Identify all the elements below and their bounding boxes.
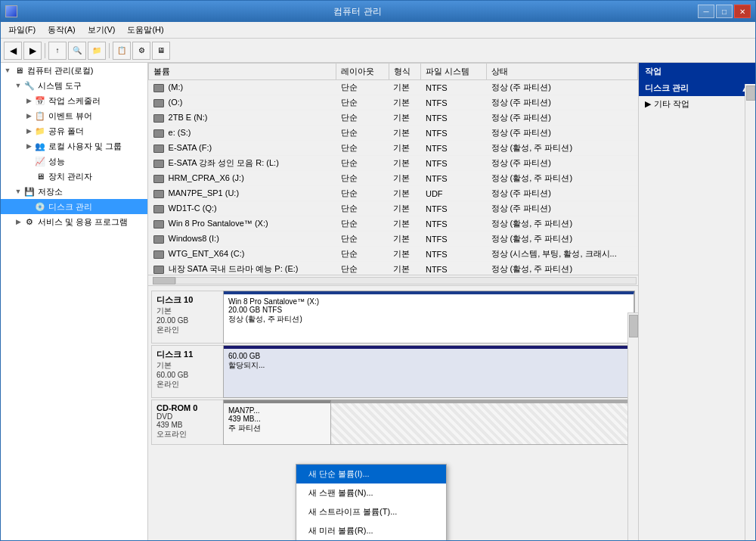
toolbar-search[interactable]: 🔍 bbox=[68, 42, 86, 60]
cell-volume: HRM_CPRA_X6 (J:) bbox=[149, 171, 336, 186]
table-row[interactable]: 2TB E (N:) 단순 기본 NTFS 정상 (주 파티션) bbox=[149, 110, 638, 126]
tree-toggle-event[interactable]: ▶ bbox=[23, 112, 34, 120]
tree-item-system-tools[interactable]: ▼ 🔧 시스템 도구 bbox=[1, 78, 147, 93]
tree-item-event-viewer[interactable]: ▶ 📋 이벤트 뷰어 bbox=[1, 108, 147, 123]
actions-item-label: 기타 작업 bbox=[654, 98, 689, 110]
menu-file[interactable]: 파일(F) bbox=[4, 23, 40, 37]
window-title: 컴퓨터 관리 bbox=[17, 5, 698, 18]
maximize-button[interactable]: □ bbox=[716, 5, 733, 18]
cell-volume: (M:) bbox=[149, 80, 336, 95]
disk-table: 볼륨 레이아웃 형식 파일 시스템 상태 (M:) 단순 기본 N bbox=[148, 63, 638, 275]
cell-fs: NTFS bbox=[421, 201, 487, 216]
cdrom0-partition-0[interactable]: MAN7P... 439 MB... 주 파티션 bbox=[224, 400, 331, 444]
table-row[interactable]: e: (S:) 단순 기본 NTFS 정상 (주 파티션) bbox=[149, 126, 638, 141]
table-row[interactable]: Windows8 (I:) 단순 기본 NTFS 정상 (활성, 주 파티션) bbox=[149, 232, 638, 247]
tree-toggle-storage[interactable]: ▼ bbox=[13, 188, 23, 195]
tree-item-storage[interactable]: ▼ 💾 저장소 bbox=[1, 184, 147, 199]
context-menu-item-3[interactable]: 새 미러 볼륨(R)... bbox=[296, 521, 446, 540]
drive-icon bbox=[153, 84, 164, 92]
cdrom0-status: 오프라인 bbox=[156, 429, 218, 440]
computer-icon: 🖥 bbox=[13, 64, 25, 76]
tree-item-local-users[interactable]: ▶ 👥 로컬 사용자 및 그룹 bbox=[1, 138, 147, 154]
menu-help[interactable]: 도움말(H) bbox=[122, 23, 168, 37]
tree-item-disk-management[interactable]: 💿 디스크 관리 bbox=[1, 199, 147, 214]
tree-item-shared-folders[interactable]: ▶ 📁 공유 폴더 bbox=[1, 123, 147, 138]
title-bar-left bbox=[5, 5, 17, 17]
cell-status: 정상 (주 파티션) bbox=[487, 126, 638, 141]
cdrom0-partition-1[interactable] bbox=[331, 400, 634, 444]
tree-item-services[interactable]: ▶ ⚙ 서비스 및 응용 프로그램 bbox=[1, 214, 147, 229]
cell-type: 기본 bbox=[389, 171, 421, 186]
toolbar-btn5[interactable]: 📋 bbox=[113, 42, 131, 60]
toolbar-folders[interactable]: 📁 bbox=[88, 42, 106, 60]
actions-item-other[interactable]: ▶ 기타 작업 bbox=[639, 96, 755, 112]
h-scrollbar[interactable] bbox=[148, 275, 638, 285]
cell-status: 정상 (시스템, 부팅, 활성, 크래시... bbox=[487, 247, 638, 262]
cell-status: 정상 (주 파티션) bbox=[487, 156, 638, 171]
table-row[interactable]: HRM_CPRA_X6 (J:) 단순 기본 NTFS 정상 (활성, 주 파티… bbox=[149, 171, 638, 186]
col-volume[interactable]: 볼륨 bbox=[149, 64, 336, 80]
menu-view[interactable]: 보기(V) bbox=[83, 23, 120, 37]
cell-type: 기본 bbox=[389, 80, 421, 95]
disk10-type: 기본 bbox=[156, 306, 218, 316]
toolbar-back[interactable]: ◀ bbox=[4, 42, 22, 60]
tree-toggle-task[interactable]: ▶ bbox=[23, 97, 34, 104]
tree-item-performance[interactable]: 📈 성능 bbox=[1, 154, 147, 169]
tree-panel: ▼ 🖥 컴퓨터 관리(로컬) ▼ 🔧 시스템 도구 ▶ 📅 작업 스케줄러 ▶ … bbox=[1, 63, 148, 540]
toolbar-btn6[interactable]: ⚙ bbox=[132, 42, 150, 60]
tree-item-device-manager[interactable]: 🖥 장치 관리자 bbox=[1, 169, 147, 184]
toolbar-up[interactable]: ↑ bbox=[48, 42, 67, 60]
table-row[interactable]: (O:) 단순 기본 NTFS 정상 (주 파티션) bbox=[149, 95, 638, 110]
task-icon: 📅 bbox=[34, 95, 46, 107]
v-scrollbar-actions[interactable] bbox=[745, 84, 755, 540]
col-fs[interactable]: 파일 시스템 bbox=[421, 64, 487, 80]
partition-status: 주 파티션 bbox=[228, 423, 326, 434]
table-row[interactable]: (M:) 단순 기본 NTFS 정상 (주 파티션) bbox=[149, 80, 638, 95]
close-button[interactable]: ✕ bbox=[734, 5, 751, 18]
cell-status: 정상 (주 파티션) bbox=[487, 80, 638, 95]
disk-icon: 💿 bbox=[34, 201, 46, 213]
table-row[interactable]: E-SATA (F:) 단순 기본 NTFS 정상 (활성, 주 파티션) bbox=[149, 141, 638, 156]
cell-fs: UDF bbox=[421, 186, 487, 201]
menu-action[interactable]: 동작(A) bbox=[43, 23, 80, 37]
toolbar-btn7[interactable]: 🖥 bbox=[152, 42, 170, 60]
col-type[interactable]: 형식 bbox=[389, 64, 421, 80]
tree-item-task-scheduler[interactable]: ▶ 📅 작업 스케줄러 bbox=[1, 93, 147, 108]
v-scrollbar-diskmap[interactable] bbox=[627, 312, 638, 541]
disk11-type: 기본 bbox=[156, 360, 218, 371]
tree-toggle-shared[interactable]: ▶ bbox=[23, 127, 34, 135]
disk11-status: 온라인 bbox=[156, 379, 218, 390]
tree-toggle-users[interactable]: ▶ bbox=[23, 142, 34, 150]
cdrom0-label: CD-ROM 0 DVD 439 MB 오프라인 bbox=[151, 400, 223, 445]
context-menu-item-0[interactable]: 새 단순 볼륨(I)... bbox=[296, 465, 446, 483]
toolbar-forward[interactable]: ▶ bbox=[23, 42, 42, 60]
table-row[interactable]: 내장 SATA 국내 드라마 예능 P: (E:) 단순 기본 NTFS 정상 … bbox=[149, 262, 638, 275]
context-menu-item-1[interactable]: 새 스팬 볼륨(N)... bbox=[296, 483, 446, 502]
disk10-partition-0[interactable]: Win 8 Pro Santalove™ (X:) 20.00 GB NTFS … bbox=[224, 291, 634, 343]
disk11-partition-0[interactable]: 60.00 GB 할당되지... bbox=[224, 346, 634, 397]
drive-icon bbox=[153, 160, 164, 168]
table-row[interactable]: MAN7PE_SP1 (U:) 단순 기본 UDF 정상 (주 파티션) bbox=[149, 186, 638, 201]
cell-fs: NTFS bbox=[421, 95, 487, 110]
table-row[interactable]: E-SATA 강좌 성인 모음 R: (L:) 단순 기본 NTFS 정상 (주… bbox=[149, 156, 638, 171]
tree-toggle-services[interactable]: ▶ bbox=[13, 218, 23, 225]
shared-icon: 📁 bbox=[34, 125, 46, 137]
col-status[interactable]: 상태 bbox=[487, 64, 638, 80]
cell-type: 기본 bbox=[389, 247, 421, 262]
minimize-button[interactable]: ─ bbox=[698, 5, 714, 18]
tree-item-root[interactable]: ▼ 🖥 컴퓨터 관리(로컬) bbox=[1, 63, 147, 78]
cell-layout: 단순 bbox=[336, 201, 389, 216]
partition-label: Win 8 Pro Santalove™ (X:) bbox=[228, 297, 629, 306]
cell-volume: E-SATA (F:) bbox=[149, 141, 336, 156]
tree-toggle-root[interactable]: ▼ bbox=[2, 67, 13, 74]
cell-volume: WTG_ENT_X64 (C:) bbox=[149, 247, 336, 262]
cell-volume: e: (S:) bbox=[149, 126, 336, 141]
tree-toggle-system[interactable]: ▼ bbox=[13, 82, 23, 89]
actions-section-disk-management[interactable]: 디스크 관리 ▲ bbox=[639, 80, 755, 96]
table-row[interactable]: WD1T-C (Q:) 단순 기본 NTFS 정상 (주 파티션) bbox=[149, 201, 638, 216]
table-row[interactable]: Win 8 Pro Santalove™ (X:) 단순 기본 NTFS 정상 … bbox=[149, 216, 638, 232]
col-layout[interactable]: 레이아웃 bbox=[336, 64, 389, 80]
table-row[interactable]: WTG_ENT_X64 (C:) 단순 기본 NTFS 정상 (시스템, 부팅,… bbox=[149, 247, 638, 262]
cell-layout: 단순 bbox=[336, 247, 389, 262]
context-menu-item-2[interactable]: 새 스트라이프 볼륨(T)... bbox=[296, 502, 446, 521]
